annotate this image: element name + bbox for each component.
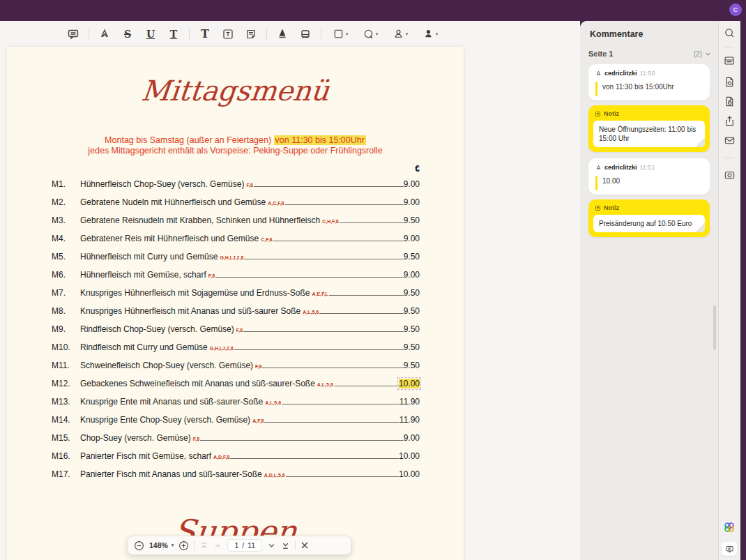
menu-row: M16. Panierter Fisch mit Gemüse, scharf … bbox=[7, 451, 464, 469]
dot-leader bbox=[243, 331, 404, 332]
underline-icon[interactable]: U bbox=[143, 27, 158, 42]
last-page-button[interactable] bbox=[281, 541, 290, 550]
menu-item-price: 9.50 bbox=[404, 306, 420, 316]
currency-header: € bbox=[7, 164, 464, 174]
shapes-tool-icon[interactable]: ▾ bbox=[329, 27, 351, 42]
first-page-button[interactable] bbox=[199, 541, 208, 550]
menu-row: M12. Gebackenes Schweinefleisch mit Anan… bbox=[7, 379, 464, 397]
note-icon bbox=[595, 111, 601, 117]
dot-leader bbox=[329, 295, 404, 296]
dot-leader bbox=[234, 349, 404, 350]
allergen-codes: C,H,F,8 bbox=[322, 219, 338, 224]
note-text: Preisänderung auf 10.50 Euro bbox=[593, 215, 705, 232]
menu-item-number: M10. bbox=[52, 342, 80, 352]
note-card[interactable]: Notiz Preisänderung auf 10.50 Euro bbox=[588, 199, 710, 237]
eraser-tool-icon[interactable] bbox=[298, 27, 313, 42]
convert-page-icon[interactable] bbox=[723, 75, 736, 88]
menu-item-price: 9.00 bbox=[404, 234, 420, 243]
menu-item-number: M8. bbox=[52, 306, 80, 316]
zoom-level-dropdown[interactable]: 148% ▾ bbox=[149, 541, 174, 550]
camera-icon[interactable] bbox=[723, 169, 736, 181]
allergen-codes: A,D,L,5,6 bbox=[264, 473, 285, 478]
menu-item-number: M1. bbox=[52, 179, 80, 189]
page-number-field[interactable]: 1 / 11 bbox=[227, 539, 262, 552]
comment-author: cedriclitzki bbox=[604, 70, 637, 77]
dot-leader bbox=[273, 241, 403, 241]
menu-subtitle: Montag bis Samstag (außer an Feiertagen)… bbox=[7, 135, 464, 156]
strikethrough-icon[interactable]: S bbox=[120, 27, 135, 42]
menu-row: M17. Panierter Fisch mit Ananas und süß-… bbox=[7, 469, 464, 487]
menu-item-name: Gebratene Nudeln mit Hühnerfleisch und G… bbox=[80, 197, 266, 207]
highlighted-price-annotation[interactable]: 10.00 bbox=[399, 379, 420, 388]
mail-icon[interactable] bbox=[723, 134, 736, 146]
highlight-color-bar bbox=[595, 82, 597, 96]
menu-title: Mittagsmenü bbox=[7, 75, 464, 107]
menu-item-price: 9.00 bbox=[404, 270, 420, 280]
menu-item-name: Knuspriges Hühnerfleisch mit Ananas und … bbox=[80, 306, 300, 316]
comment-time: 11:50 bbox=[640, 70, 655, 77]
highlight-annotation[interactable]: von 11:30 bis 15:00Uhr bbox=[274, 135, 366, 145]
search-icon[interactable] bbox=[723, 27, 736, 39]
stamp-tool-icon[interactable]: ▾ bbox=[389, 27, 411, 42]
dot-leader bbox=[285, 204, 404, 205]
menu-item-price: 9.00 bbox=[404, 197, 420, 207]
menu-item-price: 10.00 bbox=[399, 451, 420, 461]
comment-card[interactable]: cedriclitzki 11:51 10.00 bbox=[588, 158, 710, 195]
lock-page-icon[interactable] bbox=[723, 95, 736, 107]
chevron-down-icon bbox=[705, 51, 711, 57]
note-label: Notiz bbox=[604, 110, 619, 117]
dot-leader bbox=[244, 259, 403, 259]
zoom-out-button[interactable] bbox=[134, 540, 144, 551]
dot-leader bbox=[262, 368, 403, 368]
menu-row: M9. Rindfleisch Chop-Suey (versch. Gemüs… bbox=[7, 324, 464, 342]
signature-tool-icon[interactable]: ▾ bbox=[419, 27, 441, 42]
highlight-icon[interactable] bbox=[97, 27, 112, 42]
note-card[interactable]: Notiz Neue Öffnungszeiten: 11:00 bis 15:… bbox=[588, 105, 710, 152]
help-chat-icon[interactable] bbox=[722, 542, 737, 556]
next-page-button[interactable] bbox=[267, 541, 276, 550]
comment-icon[interactable] bbox=[66, 27, 81, 42]
zoom-pagination-bar: 148% ▾ 1 / 11 bbox=[127, 536, 351, 555]
share-icon[interactable] bbox=[723, 114, 736, 127]
previous-page-button[interactable] bbox=[213, 541, 222, 550]
menu-row: M2. Gebratene Nudeln mit Hühnerfleisch u… bbox=[7, 197, 464, 215]
ai-assistant-icon[interactable] bbox=[723, 521, 736, 533]
squiggly-underline-icon[interactable]: T bbox=[166, 27, 181, 42]
lasso-tool-icon[interactable]: ▾ bbox=[359, 27, 381, 42]
text-tool-icon[interactable]: T bbox=[197, 27, 213, 42]
page-section-header: Seite 1 (2) bbox=[588, 50, 711, 58]
scrollbar-thumb[interactable] bbox=[713, 305, 716, 350]
comment-card[interactable]: cedriclitzki 11:50 von 11:30 bis 15:00Uh… bbox=[588, 64, 710, 100]
textbox-tool-icon[interactable] bbox=[220, 27, 236, 42]
document-page: Mittagsmenü Montag bis Samstag (außer an… bbox=[7, 47, 464, 560]
menu-item-number: M6. bbox=[52, 270, 80, 280]
menu-item-price: 11.90 bbox=[399, 397, 420, 407]
section-collapse-toggle[interactable]: (2) bbox=[694, 50, 711, 58]
note-tool-icon[interactable] bbox=[243, 27, 259, 42]
menu-item-name: Rindfleisch Chop-Suey (versch. Gemüse) bbox=[80, 324, 234, 334]
zoom-in-button[interactable] bbox=[178, 540, 189, 551]
toolbar-divider bbox=[321, 29, 321, 40]
menu-row: M4. Gebratener Reis mit Hühnerfleisch un… bbox=[7, 234, 464, 252]
allergen-codes: A,L,5,6 bbox=[303, 310, 319, 315]
page-total: 11 bbox=[248, 541, 255, 550]
menu-item-name: Panierter Fisch mit Gemüse, scharf bbox=[80, 451, 211, 461]
ocr-icon[interactable] bbox=[723, 54, 736, 67]
close-icon[interactable] bbox=[300, 541, 309, 550]
comment-cards: cedriclitzki 11:50 von 11:30 bis 15:00Uh… bbox=[588, 64, 710, 243]
dot-leader bbox=[286, 476, 399, 477]
allergen-codes: A,C,F,8 bbox=[268, 201, 284, 206]
allergen-codes: G,H,I,J,2,8 bbox=[210, 346, 234, 351]
menu-item-name: Knusprige Ente Chop-Suey (versch. Gemüse… bbox=[80, 415, 250, 425]
dot-leader bbox=[340, 222, 404, 223]
menu-item-price: 9.50 bbox=[404, 215, 420, 225]
menu-item-name: Knusprige Ente mit Ananas und süß-saurer… bbox=[80, 397, 263, 407]
menu-item-price: 11.90 bbox=[399, 415, 420, 425]
menu-item-price: 9.50 bbox=[404, 361, 420, 370]
allergen-codes: F,8 bbox=[255, 364, 261, 369]
dot-leader bbox=[319, 313, 404, 314]
pen-tool-icon[interactable] bbox=[275, 27, 290, 42]
account-avatar[interactable]: C bbox=[729, 3, 742, 16]
menu-item-name: Panierter Fisch mit Ananas und süß-saure… bbox=[80, 469, 262, 479]
menu-item-number: M15. bbox=[52, 433, 80, 443]
